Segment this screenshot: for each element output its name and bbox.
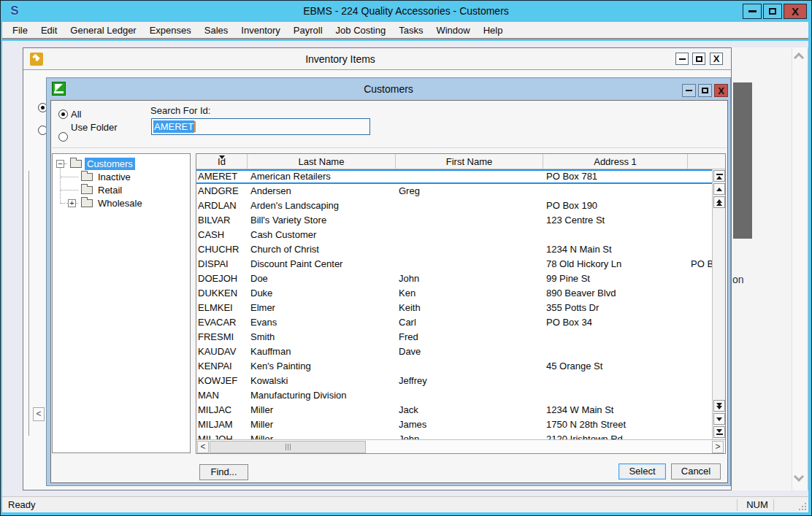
minimize-button[interactable] xyxy=(743,4,762,19)
table-cell: ANDGRE xyxy=(196,185,248,197)
table-row-miljoh[interactable]: MILJOHMillerJohn2120 Irishtown Rd xyxy=(196,432,712,439)
table-cell: American Retailers xyxy=(248,171,396,182)
divider xyxy=(737,499,738,511)
dialog-maximize-button[interactable] xyxy=(698,84,712,97)
menu-item-sales[interactable]: Sales xyxy=(198,23,235,38)
table-body: AMERETAmerican RetailersPO Box 781ANDGRE… xyxy=(196,169,712,439)
table-row-dispai[interactable]: DISPAIDiscount Paint Center78 Old Hickor… xyxy=(196,257,712,272)
table-cell: Kauffman xyxy=(248,346,396,358)
menu-item-edit[interactable]: Edit xyxy=(34,23,64,38)
tree-expander-icon[interactable]: − xyxy=(56,160,64,168)
dialog-content: All Use Folder Search For Id: AMERET −Cu… xyxy=(50,100,728,483)
resize-grip[interactable] xyxy=(797,501,806,510)
menu-item-expenses[interactable]: Expenses xyxy=(143,23,198,38)
table-cell: 2120 Irishtown Rd xyxy=(543,434,688,439)
scroll-down-button[interactable] xyxy=(713,413,725,425)
table-row-doejoh[interactable]: DOEJOHDoeJohn99 Pine St xyxy=(196,272,712,286)
menu-item-file[interactable]: File xyxy=(6,23,34,38)
tree-expander-icon[interactable]: + xyxy=(68,199,76,207)
select-button[interactable]: Select xyxy=(618,463,666,480)
table-row-evacar[interactable]: EVACAREvansCarlPO Box 34 xyxy=(196,315,712,330)
cancel-button[interactable]: Cancel xyxy=(671,463,721,480)
close-button[interactable]: X xyxy=(784,4,807,19)
folder-icon xyxy=(70,160,82,168)
radio-all[interactable] xyxy=(58,109,68,119)
table-row-ardlan[interactable]: ARDLANArden's LandscapingPO Box 190 xyxy=(196,199,712,213)
table-row-elmkei[interactable]: ELMKEIElmerKeith355 Potts Dr xyxy=(196,301,712,315)
table-row-chuchr[interactable]: CHUCHRChurch of Christ1234 N Main St xyxy=(196,242,712,257)
column-header-last-name[interactable]: Last Name xyxy=(248,154,396,169)
table-row-bilvar[interactable]: BILVARBill's Variety Store123 Centre St xyxy=(196,213,712,228)
table-row-fresmi[interactable]: FRESMISmithFred xyxy=(196,330,712,344)
horizontal-scroll-thumb[interactable] xyxy=(210,441,366,453)
page-up-button[interactable] xyxy=(713,196,725,208)
menu-item-job-costing[interactable]: Job Costing xyxy=(329,23,393,38)
docked-dark-panel xyxy=(733,82,752,239)
table-row-kaudav[interactable]: KAUDAVKauffmanDave xyxy=(196,344,712,359)
scroll-to-top-button[interactable] xyxy=(713,170,725,182)
dialog-minimize-button[interactable] xyxy=(682,84,696,97)
table-row-kowjef[interactable]: KOWJEFKowalskiJeffrey xyxy=(196,374,712,388)
table-cell: Elmer xyxy=(248,302,396,314)
inventory-minimize-button[interactable] xyxy=(675,53,689,65)
table-row-man[interactable]: MANManufacturing Division xyxy=(196,388,712,403)
search-input[interactable]: AMERET xyxy=(151,118,370,135)
scroll-down-icon[interactable] xyxy=(794,471,804,482)
column-header-address-1[interactable]: Address 1 xyxy=(543,154,688,169)
tree-item-wholesale[interactable]: +Wholesale xyxy=(53,196,145,209)
background-scrollbar[interactable] xyxy=(792,47,806,490)
menu-item-window[interactable]: Window xyxy=(429,23,476,38)
table-cell xyxy=(543,229,688,241)
scroll-to-bottom-button[interactable] xyxy=(713,426,725,438)
scroll-right-button[interactable]: > xyxy=(712,441,724,453)
page-down-button[interactable] xyxy=(713,400,725,412)
table-row-ameret[interactable]: AMERETAmerican RetailersPO Box 781 xyxy=(196,169,712,184)
table-cell: Arden's Landscaping xyxy=(248,200,396,212)
inventory-close-button[interactable]: X xyxy=(710,53,723,65)
table-horizontal-scrollbar[interactable]: < > xyxy=(196,439,725,453)
scroll-left-button[interactable]: < xyxy=(197,441,209,453)
table-row-dukken[interactable]: DUKKENDukeKen890 Beaver Blvd xyxy=(196,286,712,301)
dialog-close-button[interactable]: X xyxy=(714,84,728,97)
maximize-button[interactable] xyxy=(763,4,782,19)
find-button[interactable]: Find... xyxy=(199,464,248,480)
menu-item-help[interactable]: Help xyxy=(477,23,510,38)
table-cell: 1234 W Main St xyxy=(543,404,688,416)
table-row-kenpai[interactable]: KENPAIKen's Painting45 Orange St xyxy=(196,359,712,374)
menu-item-payroll[interactable]: Payroll xyxy=(287,23,329,38)
tree-item-label: Retail xyxy=(96,184,124,196)
table-row-cash[interactable]: CASHCash Customer xyxy=(196,228,712,242)
menu-item-inventory[interactable]: Inventory xyxy=(234,23,286,38)
tree-item-customers[interactable]: −Customers xyxy=(53,157,135,170)
table-cell: 45 Orange St xyxy=(543,361,688,372)
folder-tree: −CustomersInactiveRetail+Wholesale xyxy=(52,153,191,453)
table-row-andgre[interactable]: ANDGREAndersenGreg xyxy=(196,184,712,199)
table-cell: DISPAI xyxy=(196,258,248,270)
table-cell: MILJAC xyxy=(196,404,248,416)
column-header-first-name[interactable]: First Name xyxy=(396,154,543,169)
tree-connector xyxy=(61,177,78,177)
table-row-miljam[interactable]: MILJAMMillerJames1750 N 28th Street xyxy=(196,417,712,432)
scroll-up-icon[interactable] xyxy=(794,53,804,63)
column-header-id[interactable]: Id xyxy=(196,154,248,169)
radio-use-folder[interactable] xyxy=(58,132,68,142)
table-cell: EVACAR xyxy=(196,317,248,328)
table-vertical-scrollbar[interactable] xyxy=(712,169,725,439)
divider xyxy=(773,499,774,511)
tree-item-label: Wholesale xyxy=(96,197,145,209)
tree-item-retail[interactable]: Retail xyxy=(53,183,124,196)
scroll-up-button[interactable] xyxy=(713,183,725,195)
customers-table: IdLast NameFirst NameAddress 1 AMERETAme… xyxy=(196,153,726,454)
inventory-maximize-button[interactable] xyxy=(692,53,705,65)
table-cell: PO Box 781 xyxy=(543,171,688,182)
menu-item-general-ledger[interactable]: General Ledger xyxy=(64,23,142,38)
tree-item-inactive[interactable]: Inactive xyxy=(53,170,133,183)
close-icon: X xyxy=(718,86,724,96)
menu-item-tasks[interactable]: Tasks xyxy=(392,23,429,38)
inventory-scroll-left-button[interactable]: < xyxy=(33,407,45,421)
table-row-miljac[interactable]: MILJACMillerJack1234 W Main St xyxy=(196,403,712,417)
table-cell xyxy=(543,375,688,387)
table-cell: DOEJOH xyxy=(196,273,248,285)
table-cell xyxy=(396,229,543,241)
table-cell: KAUDAV xyxy=(196,346,248,358)
